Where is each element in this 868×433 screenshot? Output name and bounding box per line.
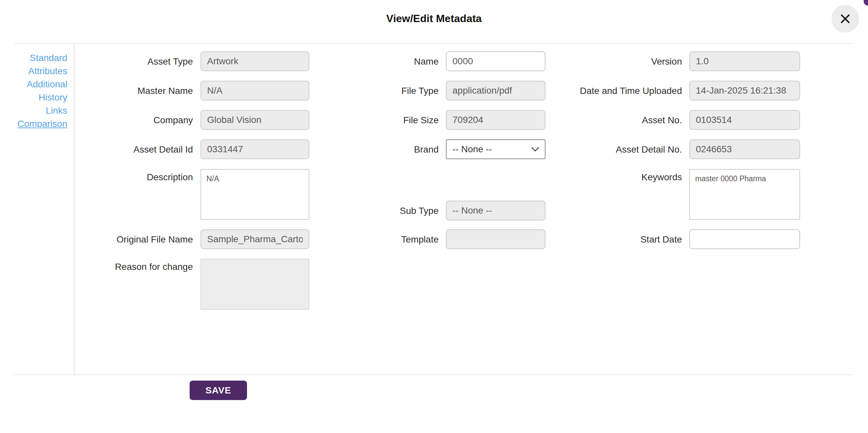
asset-detail-no-input — [689, 139, 800, 159]
file-size-input — [446, 110, 546, 130]
master-name-input — [200, 81, 309, 101]
sidebar-item-links[interactable]: Links — [14, 104, 67, 117]
field-description: Description N/A — [75, 169, 309, 220]
field-asset-detail-id: Asset Detail Id — [75, 139, 309, 159]
asset-no-input — [689, 110, 800, 130]
master-name-label: Master Name — [75, 81, 193, 97]
sidebar-item-attributes[interactable]: Attributes — [14, 65, 67, 78]
field-file-size: File Size — [356, 110, 546, 130]
field-company: Company — [75, 110, 309, 130]
template-label: Template — [356, 229, 439, 245]
original-file-name-input — [200, 229, 309, 249]
original-file-name-label: Original File Name — [75, 229, 193, 245]
close-icon — [839, 12, 851, 25]
close-button[interactable] — [831, 5, 859, 33]
field-original-file-name: Original File Name — [75, 229, 309, 249]
file-type-label: File Type — [356, 81, 439, 97]
start-date-label: Start Date — [540, 229, 682, 245]
sub-type-label: Sub Type — [356, 201, 439, 216]
company-input — [200, 110, 309, 130]
sidebar-divider — [74, 44, 74, 374]
field-date-uploaded: Date and Time Uploaded — [540, 81, 800, 101]
view-edit-metadata-modal: View/Edit Metadata Standard Attributes A… — [0, 0, 868, 433]
sidebar-nav: Standard Attributes Additional History L… — [14, 52, 67, 131]
asset-detail-id-label: Asset Detail Id — [75, 139, 193, 155]
asset-no-label: Asset No. — [540, 110, 682, 126]
version-label: Version — [540, 52, 682, 67]
version-input — [689, 52, 800, 71]
field-brand: Brand -- None -- — [356, 139, 546, 159]
field-asset-detail-no: Asset Detail No. — [540, 139, 800, 159]
asset-type-label: Asset Type — [75, 52, 193, 67]
description-textarea[interactable]: N/A — [200, 169, 309, 220]
field-asset-no: Asset No. — [540, 110, 800, 130]
sidebar-item-additional[interactable]: Additional — [14, 78, 67, 91]
chevron-down-icon — [531, 147, 539, 152]
background-page-fragment — [864, 0, 868, 6]
field-asset-type: Asset Type — [75, 52, 309, 71]
brand-label: Brand — [356, 139, 439, 155]
field-master-name: Master Name — [75, 81, 309, 101]
name-label: Name — [356, 52, 439, 67]
name-input[interactable] — [446, 52, 546, 71]
start-date-input[interactable] — [689, 229, 800, 249]
brand-select-value: -- None -- — [453, 144, 492, 155]
field-name: Name — [356, 52, 546, 71]
sidebar-item-standard[interactable]: Standard — [14, 52, 67, 65]
reason-for-change-textarea — [200, 259, 309, 310]
field-file-type: File Type — [356, 81, 546, 101]
description-label: Description — [75, 169, 193, 183]
reason-for-change-label: Reason for change — [75, 259, 193, 272]
header-divider — [14, 43, 852, 44]
field-keywords: Keywords master 0000 Pharma — [540, 169, 800, 220]
sub-type-input — [446, 201, 546, 221]
footer-divider — [14, 374, 852, 375]
asset-detail-id-input — [200, 139, 309, 159]
field-template: Template — [356, 229, 546, 249]
page-title: View/Edit Metadata — [0, 12, 868, 25]
field-reason-for-change: Reason for change — [75, 259, 309, 310]
file-size-label: File Size — [356, 110, 439, 126]
field-start-date: Start Date — [540, 229, 800, 249]
file-type-input — [446, 81, 546, 101]
asset-type-input — [200, 52, 309, 71]
company-label: Company — [75, 110, 193, 126]
field-version: Version — [540, 52, 800, 71]
sidebar-item-comparison[interactable]: Comparison — [14, 117, 67, 131]
date-uploaded-label: Date and Time Uploaded — [540, 81, 682, 97]
asset-detail-no-label: Asset Detail No. — [540, 139, 682, 155]
template-input — [446, 229, 546, 249]
field-sub-type: Sub Type — [356, 201, 546, 221]
brand-select[interactable]: -- None -- — [446, 139, 546, 159]
sidebar-item-history[interactable]: History — [14, 91, 67, 104]
keywords-textarea[interactable]: master 0000 Pharma — [689, 169, 800, 220]
save-button[interactable]: SAVE — [190, 380, 247, 400]
keywords-label: Keywords — [540, 169, 682, 183]
date-uploaded-input — [689, 81, 800, 101]
